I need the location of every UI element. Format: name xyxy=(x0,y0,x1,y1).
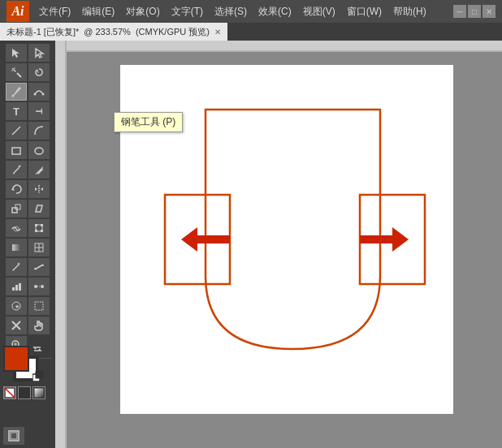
svg-text:★: ★ xyxy=(15,304,19,309)
blend-icon xyxy=(33,281,45,292)
svg-line-2 xyxy=(17,73,21,77)
canvas-area[interactable]: 钢笔工具 (P) xyxy=(55,41,502,448)
fill-mode-icon xyxy=(4,387,15,398)
brush-tools-group xyxy=(6,161,50,179)
tooltip-text: 钢笔工具 (P) xyxy=(121,116,175,127)
slice-tool[interactable] xyxy=(6,317,27,334)
fill-mode-button[interactable] xyxy=(3,386,16,399)
main-area: T T xyxy=(0,41,502,448)
main-shape-path xyxy=(206,110,380,349)
svg-line-33 xyxy=(35,265,43,269)
gradient-tool[interactable] xyxy=(6,239,27,256)
svg-rect-27 xyxy=(41,230,43,232)
warp-icon xyxy=(11,222,22,234)
svg-marker-19 xyxy=(41,187,43,191)
menu-view[interactable]: 视图(V) xyxy=(298,3,340,20)
scale-tools-group xyxy=(6,200,50,218)
mesh-tool[interactable] xyxy=(28,239,50,256)
document-tab[interactable]: 未标题-1 [已恢复]* @ 233.57% (CMYK/GPU 预览) ✕ xyxy=(0,23,227,41)
rectangle-tool[interactable] xyxy=(6,141,27,159)
symbol-icon: ★ xyxy=(11,300,22,312)
reflect-tool[interactable] xyxy=(28,180,50,198)
screen-mode-icon xyxy=(8,430,19,442)
paintbrush-tool[interactable] xyxy=(6,161,27,179)
right-arrow xyxy=(360,227,409,252)
svg-rect-58 xyxy=(11,433,17,439)
svg-marker-1 xyxy=(36,49,43,58)
orange-fill-box[interactable] xyxy=(3,346,29,372)
free-transform-tool[interactable] xyxy=(28,219,50,237)
rotate-tool[interactable] xyxy=(6,180,27,198)
screen-mode-row xyxy=(3,427,24,445)
svg-rect-36 xyxy=(12,287,15,291)
svg-point-32 xyxy=(18,263,20,265)
curvature-tool[interactable] xyxy=(28,83,50,101)
menu-select[interactable]: 选择(S) xyxy=(210,3,252,20)
arc-icon xyxy=(33,125,45,136)
magic-wand-icon xyxy=(11,67,22,78)
pencil-tool[interactable] xyxy=(28,161,50,179)
magic-wand-tool[interactable] xyxy=(6,63,27,81)
svg-line-15 xyxy=(36,173,37,174)
svg-marker-16 xyxy=(11,187,15,191)
warp-tool[interactable] xyxy=(6,219,27,237)
ruler-top-marks xyxy=(55,41,502,52)
type-tool[interactable]: T xyxy=(6,102,27,120)
measure-icon xyxy=(33,261,45,273)
svg-point-13 xyxy=(35,148,43,154)
gradient-mode-button[interactable] xyxy=(32,386,45,399)
shear-icon xyxy=(33,203,45,214)
minimize-button[interactable]: ─ xyxy=(453,5,466,18)
svg-point-39 xyxy=(34,285,37,288)
selection-tool[interactable] xyxy=(6,44,27,62)
menu-text[interactable]: 文字(T) xyxy=(167,3,208,20)
hand-tool[interactable] xyxy=(28,317,50,334)
ruler-left-marks xyxy=(55,41,67,448)
rotate-icon xyxy=(11,183,22,195)
slice-tools-group xyxy=(6,317,50,334)
stroke-mode-button[interactable] xyxy=(18,386,31,399)
svg-marker-18 xyxy=(35,187,37,191)
artboard-tool[interactable] xyxy=(28,297,50,315)
measure-tool[interactable] xyxy=(28,258,50,276)
symbol-tool[interactable]: ★ xyxy=(6,297,27,315)
menu-object[interactable]: 对象(O) xyxy=(121,3,164,20)
menu-file[interactable]: 文件(F) xyxy=(34,3,76,20)
menu-edit[interactable]: 编辑(E) xyxy=(77,3,119,20)
change-screen-mode-button[interactable] xyxy=(3,427,24,445)
arc-tool[interactable] xyxy=(28,122,50,140)
lasso-tool[interactable] xyxy=(28,63,50,81)
pen-tool[interactable] xyxy=(6,83,27,101)
eyedropper-tool[interactable] xyxy=(6,258,27,276)
pencil-icon xyxy=(33,164,45,175)
default-colors-icon[interactable] xyxy=(32,371,44,385)
svg-rect-59 xyxy=(55,41,502,52)
scale-tool[interactable] xyxy=(6,200,27,218)
svg-point-8 xyxy=(12,95,15,97)
blend-tool[interactable] xyxy=(28,278,50,295)
curvature-icon xyxy=(33,86,45,97)
direct-selection-tool[interactable] xyxy=(28,44,50,62)
color-stack xyxy=(3,346,41,383)
ellipse-tool[interactable] xyxy=(28,141,50,159)
close-button[interactable]: ✕ xyxy=(483,5,496,18)
menu-help[interactable]: 帮助(H) xyxy=(388,3,431,20)
paintbrush-icon xyxy=(11,164,22,175)
type-tools-group: T T xyxy=(6,102,50,120)
tab-mode: (CMYK/GPU 预览) xyxy=(136,26,210,38)
type-icon: T xyxy=(13,106,19,118)
line-tool[interactable] xyxy=(6,122,27,140)
vertical-type-tool[interactable]: T xyxy=(28,102,50,120)
tab-close-button[interactable]: ✕ xyxy=(214,28,221,37)
shear-tool[interactable] xyxy=(28,200,50,218)
selection-icon xyxy=(11,47,22,58)
title-bar: Ai 文件(F) 编辑(E) 对象(O) 文字(T) 选择(S) 效果(C) 视… xyxy=(0,0,502,23)
menu-effect[interactable]: 效果(C) xyxy=(253,3,296,20)
direct-selection-icon xyxy=(33,47,45,58)
tab-zoom: @ 233.57% xyxy=(84,27,131,37)
graph-tool[interactable] xyxy=(6,278,27,295)
svg-rect-26 xyxy=(35,230,37,232)
maximize-button[interactable]: □ xyxy=(468,5,481,18)
menu-window[interactable]: 窗口(W) xyxy=(342,3,387,20)
swap-colors-icon[interactable] xyxy=(32,344,42,355)
